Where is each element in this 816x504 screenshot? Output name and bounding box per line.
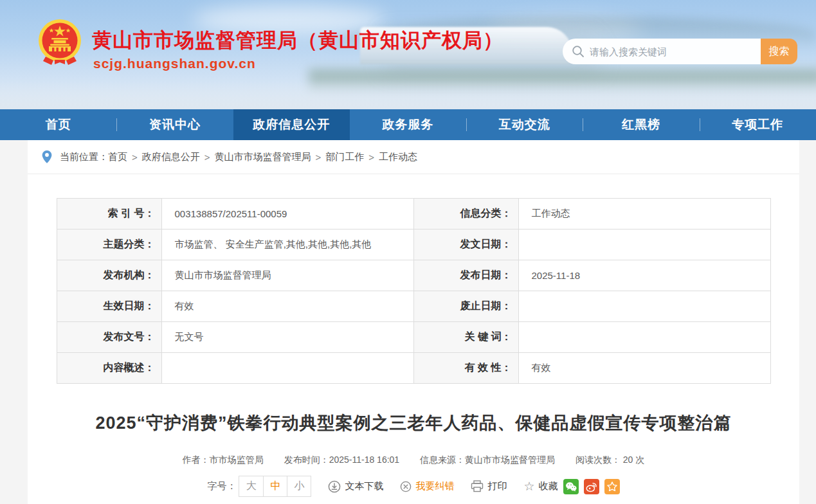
- info-label: 废止日期：: [413, 291, 518, 322]
- info-label: 信息分类：: [413, 199, 518, 230]
- text-download-button[interactable]: 文本下载: [328, 480, 383, 493]
- breadcrumb-home[interactable]: 首页: [108, 151, 127, 163]
- site-title: 黄山市市场监督管理局（黄山市知识产权局）: [92, 27, 503, 54]
- info-label: 内容概述：: [57, 353, 161, 384]
- search-input[interactable]: [563, 39, 761, 64]
- info-label: 关 键 词：: [413, 322, 518, 353]
- star-outline-icon: ☆: [523, 480, 534, 492]
- font-size-small-button[interactable]: 小: [287, 476, 311, 496]
- info-value: [518, 322, 770, 353]
- font-size-group: 大 中 小: [239, 476, 311, 497]
- info-value: 有效: [161, 291, 413, 322]
- share-favorite-button[interactable]: [604, 479, 620, 494]
- bookmark-button[interactable]: ☆ 收藏: [523, 480, 558, 492]
- table-row: 发布机构： 黄山市市场监督管理局 发布日期： 2025-11-18: [57, 260, 770, 291]
- weibo-icon: [585, 481, 598, 492]
- site-url: scjg.huangshan.gov.cn: [93, 56, 256, 71]
- table-row: 内容概述： 有 效 性： 有效: [57, 353, 770, 384]
- info-label: 发布机构：: [57, 260, 161, 291]
- breadcrumb-current: 工作动态: [379, 151, 417, 163]
- location-pin-icon: [42, 150, 52, 164]
- font-size-medium-button[interactable]: 中: [263, 476, 287, 496]
- nav-item-news[interactable]: 资讯中心: [116, 109, 233, 140]
- document-info-table: 索 引 号： 003138857/202511-00059 信息分类： 工作动态…: [57, 198, 771, 384]
- nav-item-interaction[interactable]: 互动交流: [466, 109, 583, 140]
- site-banner: 黄山市市场监督管理局（黄山市知识产权局） scjg.huangshan.gov.…: [0, 0, 816, 109]
- table-row: 主题分类： 市场监管、 安全生产监管,其他,其他,其他,其他 发文日期：: [57, 230, 770, 260]
- breadcrumb: 当前位置： 首页 > 政府信息公开 > 黄山市市场监督管理局 > 部门工作 > …: [28, 140, 799, 174]
- search-bar: 搜索: [563, 39, 797, 64]
- article-author: 作者：市市场监管局: [183, 455, 264, 465]
- article-source: 信息来源：黄山市市场监督管理局: [420, 455, 555, 465]
- report-error-button[interactable]: 我要纠错: [400, 480, 454, 492]
- banner-ground: [0, 80, 816, 109]
- info-value: [518, 230, 770, 260]
- breadcrumb-dept-work[interactable]: 部门工作: [325, 151, 364, 163]
- search-icon: [572, 45, 585, 58]
- nav-item-special-work[interactable]: 专项工作: [700, 109, 816, 140]
- info-value: 市场监管、 安全生产监管,其他,其他,其他,其他: [161, 230, 413, 260]
- main-nav: 首页 资讯中心 政府信息公开 政务服务 互动交流 红黑榜 专项工作: [0, 109, 816, 140]
- info-label: 有 效 性：: [413, 353, 518, 384]
- nav-item-services[interactable]: 政务服务: [350, 109, 466, 140]
- info-value: [518, 291, 770, 322]
- info-value: 2025-11-18: [518, 260, 770, 291]
- info-value: 黄山市市场监督管理局: [161, 260, 413, 291]
- info-label: 主题分类：: [57, 230, 161, 260]
- article-meta: 作者：市市场监管局 发布时间：2025-11-18 16:01 信息来源：黄山市…: [28, 455, 799, 466]
- print-button[interactable]: 打印: [471, 480, 507, 492]
- article-toolbar: 字号： 大 中 小 文本下载 我要纠错: [28, 476, 799, 497]
- search-button[interactable]: 搜索: [761, 39, 797, 64]
- info-value: 有效: [518, 353, 770, 384]
- info-value: 无文号: [161, 322, 413, 353]
- info-label: 发布文号：: [57, 322, 161, 353]
- info-value: [161, 353, 413, 384]
- wechat-icon: [565, 481, 577, 492]
- national-emblem-icon: [37, 18, 83, 68]
- info-label: 发文日期：: [413, 230, 518, 260]
- article-view-count: 阅读次数： 20 次: [576, 455, 644, 465]
- content-page: 当前位置： 首页 > 政府信息公开 > 黄山市市场监督管理局 > 部门工作 > …: [28, 140, 799, 504]
- nav-item-gov-info[interactable]: 政府信息公开: [233, 109, 350, 140]
- info-label: 索 引 号：: [57, 199, 161, 230]
- font-size-label: 字号：: [207, 480, 236, 492]
- breadcrumb-prefix: 当前位置：: [60, 151, 108, 163]
- table-row: 生效日期： 有效 废止日期：: [57, 291, 770, 322]
- share-weibo-button[interactable]: [584, 479, 599, 494]
- star-badge-icon: [606, 481, 618, 492]
- share-wechat-button[interactable]: [563, 479, 579, 494]
- breadcrumb-gov-info[interactable]: 政府信息公开: [142, 151, 200, 163]
- printer-icon: [471, 480, 484, 492]
- table-row: 发布文号： 无文号 关 键 词：: [57, 322, 770, 353]
- article-title: 2025“守护消费”铁拳行动典型案例之三老年人药品、保健品虚假宣传专项整治篇: [53, 411, 774, 435]
- info-label: 发布日期：: [413, 260, 518, 291]
- font-size-large-button[interactable]: 大: [239, 476, 263, 496]
- info-value: 工作动态: [518, 199, 770, 230]
- article-publish-time: 发布时间：2025-11-18 16:01: [284, 455, 400, 465]
- breadcrumb-agency[interactable]: 黄山市市场监督管理局: [215, 151, 311, 163]
- download-icon: [328, 480, 341, 493]
- nav-item-redblack-list[interactable]: 红黑榜: [583, 109, 699, 140]
- info-label: 生效日期：: [57, 291, 161, 322]
- info-value: 003138857/202511-00059: [161, 199, 413, 230]
- circle-x-icon: [400, 481, 412, 492]
- nav-item-home[interactable]: 首页: [0, 109, 116, 140]
- table-row: 索 引 号： 003138857/202511-00059 信息分类： 工作动态: [57, 199, 770, 230]
